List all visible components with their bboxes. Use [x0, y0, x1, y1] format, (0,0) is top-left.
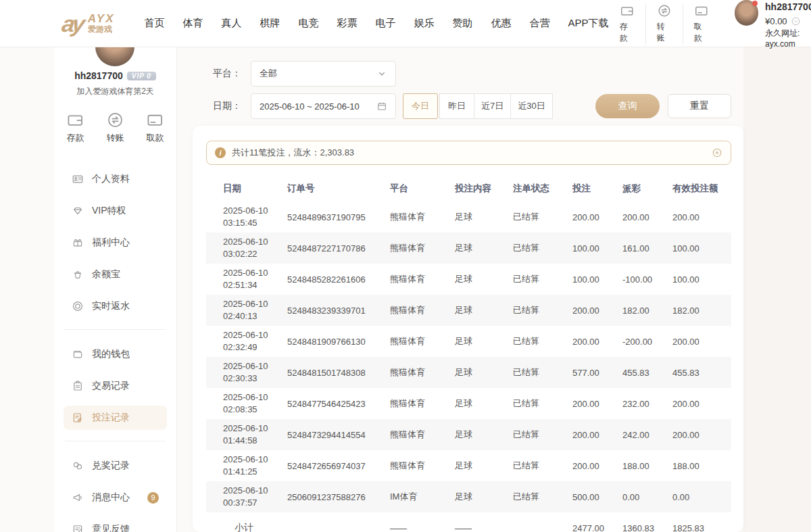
cell-payout: 188.00	[617, 461, 667, 471]
range-button-今日[interactable]: 今日	[403, 93, 438, 119]
sidebar-item-福利中心[interactable]: 福利中心	[64, 231, 167, 255]
sidebar-item-投注记录[interactable]: 投注记录	[64, 406, 167, 430]
nav-item-0[interactable]: 首页	[145, 17, 165, 30]
action-取款[interactable]: 取款	[683, 3, 720, 44]
table-row[interactable]: 2025-06-1001:41:25 5248472656974037 熊猫体育…	[206, 450, 731, 481]
calendar-icon	[376, 101, 387, 112]
subtotal-payout: 1360.83	[617, 523, 667, 532]
chevron-down-circle-icon[interactable]	[791, 16, 801, 26]
range-button-近30日[interactable]: 近30日	[510, 93, 552, 119]
bet-records-table: 日期订单号平台投注内容注单状态投注派彩有效投注额 2025-06-1003:15…	[206, 176, 731, 532]
nav-item-4[interactable]: 电竞	[299, 17, 319, 30]
brand-subname: 爱游戏	[88, 25, 115, 34]
cell-order-no: 5248477546425423	[282, 399, 385, 409]
table-row[interactable]: 2025-06-1002:40:13 5248483239339701 熊猫体育…	[206, 295, 731, 326]
action-转账[interactable]: 转账	[106, 111, 124, 144]
cell-date: 2025-06-1002:08:35	[206, 391, 282, 415]
sidebar-item-余额宝[interactable]: 余额宝	[64, 262, 167, 287]
nav-item-5[interactable]: 彩票	[337, 17, 358, 30]
sidebar-item-意见反馈[interactable]: 意见反馈	[64, 517, 167, 532]
sidebar-item-label: 兑奖记录	[92, 460, 130, 472]
nav-item-1[interactable]: 体育	[183, 17, 203, 30]
table-row[interactable]: 2025-06-1003:02:22 5248487227170786 熊猫体育…	[206, 233, 731, 264]
nav-item-7[interactable]: 娱乐	[414, 17, 435, 30]
cell-bet-content: 足球	[449, 397, 508, 410]
cell-valid-amount: 100.00	[667, 274, 731, 285]
column-header: 平台	[385, 183, 449, 195]
info-icon: i	[215, 147, 226, 158]
table-row[interactable]: 2025-06-1002:08:35 5248477546425423 熊猫体育…	[206, 388, 731, 419]
brand-monogram-icon: ay	[61, 12, 84, 35]
table-row[interactable]: 2025-06-1002:51:34 5248485282261606 熊猫体育…	[206, 264, 731, 295]
nav-item-10[interactable]: 合营	[530, 17, 550, 30]
column-header: 投注内容	[449, 183, 508, 195]
cell-payout: 242.00	[617, 430, 667, 440]
cell-order-no: 5248481501748308	[282, 368, 385, 378]
avatar[interactable]	[735, 0, 759, 26]
nav-item-11[interactable]: APP下载	[568, 17, 609, 30]
cell-status: 已结算	[508, 491, 567, 503]
chevron-down-icon	[376, 68, 387, 79]
nav-item-6[interactable]: 电子	[376, 17, 396, 30]
sidebar-item-VIP特权[interactable]: VIP特权	[64, 199, 167, 223]
cell-order-no: 2506091237588276	[282, 492, 385, 502]
nav-item-2[interactable]: 真人	[222, 17, 242, 30]
nav-item-3[interactable]: 棋牌	[260, 17, 280, 30]
top-navbar: ay AYX 爱游戏 首页体育真人棋牌电竞彩票电子娱乐赞助优惠合营APP下载 存…	[0, 0, 811, 47]
platform-select[interactable]: 全部	[251, 61, 396, 87]
cell-date: 2025-06-1003:15:45	[206, 205, 282, 228]
sidebar-item-实时返水[interactable]: 实时返水	[64, 294, 167, 318]
balance-row[interactable]: ¥0.00	[765, 16, 811, 26]
expand-plus-icon[interactable]	[712, 147, 722, 158]
action-label: 取款	[694, 21, 709, 44]
reset-button[interactable]: 重置	[668, 94, 731, 118]
permanent-domain-text: 永久网址: ayx.com	[765, 28, 811, 49]
cell-bet-amount: 500.00	[567, 492, 617, 502]
wallet-icon	[66, 111, 84, 129]
menu-divider	[65, 441, 166, 441]
main-nav: 首页体育真人棋牌电竞彩票电子娱乐赞助优惠合营APP下载	[145, 17, 609, 30]
sidebar-item-交易记录[interactable]: 交易记录	[64, 374, 167, 398]
date-range-input[interactable]: 2025-06-10 ~ 2025-06-10	[251, 93, 396, 119]
cell-bet-amount: 577.00	[567, 368, 617, 378]
cell-valid-amount: 200.00	[667, 337, 731, 347]
range-button-近7日[interactable]: 近7日	[474, 93, 511, 119]
balance-value: ¥0.00	[765, 16, 787, 26]
sidebar-item-消息中心[interactable]: 消息中心 9	[64, 485, 167, 510]
cell-date: 2025-06-1001:41:25	[206, 454, 282, 477]
brand-logo[interactable]: ay AYX 爱游戏	[62, 12, 115, 35]
action-转账[interactable]: 转账	[645, 3, 683, 44]
sidebar-item-个人资料[interactable]: 个人资料	[64, 167, 167, 191]
table-row[interactable]: 2025-06-1001:44:58 5248473294414554 熊猫体育…	[206, 419, 731, 450]
summary-bar: i 共计11笔投注，流水：2,303.83	[206, 141, 731, 165]
cell-valid-amount: 100.00	[667, 243, 731, 253]
sidebar-item-label: 福利中心	[92, 237, 130, 249]
cell-status: 已结算	[508, 211, 567, 223]
cell-date: 2025-06-1000:37:57	[206, 485, 282, 508]
cell-bet-amount: 200.00	[567, 430, 617, 440]
cell-valid-amount: 0.00	[667, 492, 731, 502]
action-存款[interactable]: 存款	[609, 3, 645, 44]
vip-gem-icon	[72, 205, 84, 217]
cell-valid-amount: 200.00	[667, 430, 731, 440]
table-row[interactable]: 2025-06-1002:32:49 5248481909766130 熊猫体育…	[206, 326, 731, 357]
sidebar-item-兑奖记录[interactable]: 兑奖记录	[64, 454, 167, 478]
sidebar-item-我的钱包[interactable]: 我的钱包	[64, 342, 167, 366]
table-row[interactable]: 2025-06-1002:30:33 5248481501748308 熊猫体育…	[206, 357, 731, 388]
search-button[interactable]: 查询	[595, 94, 660, 118]
cell-date: 2025-06-1002:30:33	[206, 360, 282, 384]
summary-text: 共计11笔投注，流水：2,303.83	[232, 147, 354, 159]
nav-item-8[interactable]: 赞助	[453, 17, 473, 30]
navbar-user-block: hh2817700 VIP 0 ¥0.00 永久网址: ayx.com	[735, 0, 811, 49]
action-存款[interactable]: 存款	[66, 111, 84, 144]
nav-item-9[interactable]: 优惠	[491, 17, 512, 30]
range-button-昨日[interactable]: 昨日	[439, 93, 474, 119]
subtotal-platform: ——	[385, 523, 449, 532]
cell-status: 已结算	[508, 304, 567, 316]
table-row[interactable]: 2025-06-1000:37:57 2506091237588276 IM体育…	[206, 481, 731, 512]
cell-payout: 0.00	[617, 492, 667, 502]
table-row[interactable]: 2025-06-1003:15:45 5248489637190795 熊猫体育…	[206, 201, 731, 233]
cell-platform: IM体育	[385, 491, 449, 503]
cell-order-no: 5248473294414554	[282, 430, 385, 440]
action-取款[interactable]: 取款	[146, 111, 164, 144]
